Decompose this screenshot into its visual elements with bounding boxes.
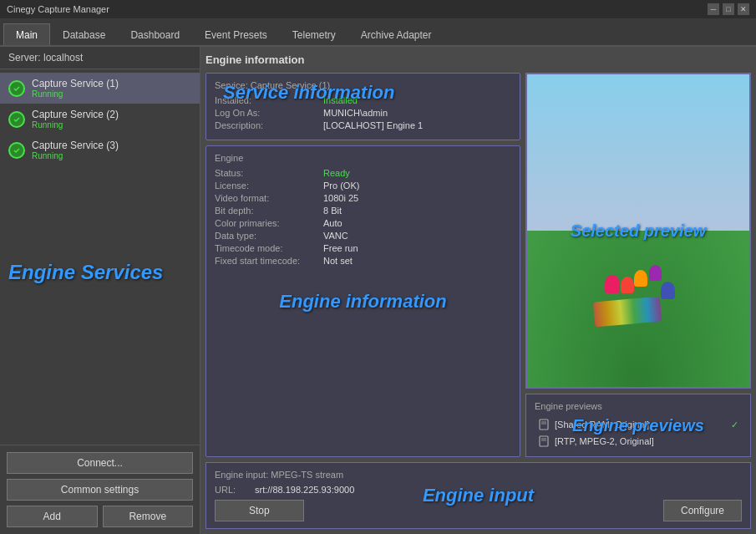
timecode-row: Timecode mode: Free run (215, 243, 511, 253)
color-primaries-row: Color primaries: Auto (215, 218, 511, 228)
color-primaries-value: Auto (323, 218, 342, 228)
configure-button[interactable]: Configure (663, 500, 742, 521)
service-name-1: Capture Service (1) (32, 78, 119, 89)
preview-option-1[interactable]: [Shared RAM, Original] ✓ (535, 416, 742, 433)
engine-details-panel: Service: Capture Service (1) Installed: … (205, 73, 520, 457)
service-status-icon-3 (8, 142, 25, 159)
data-type-row: Data type: VANC (215, 231, 511, 241)
data-type-value: VANC (323, 231, 348, 241)
right-panel: Engine information Service: Capture Serv… (200, 47, 756, 534)
engine-info-header: Engine information (205, 52, 751, 68)
color-primaries-label: Color primaries: (215, 218, 323, 228)
connect-button[interactable]: Connect... (7, 452, 193, 474)
license-row: License: Pro (OK) (215, 181, 511, 191)
tab-main[interactable]: Main (3, 23, 50, 45)
minimize-button[interactable]: ─ (708, 3, 719, 15)
log-on-value: MUNICH\admin (323, 108, 388, 118)
preview-doc-icon-2 (538, 435, 550, 447)
window-title: Cinegy Capture Manager (7, 4, 109, 14)
service-status-icon-1 (8, 80, 25, 97)
service-status-icon-2 (8, 111, 25, 128)
status-row: Status: Ready (215, 168, 511, 178)
bit-depth-row: Bit depth: 8 Bit (215, 206, 511, 216)
service-info-box: Service: Capture Service (1) Installed: … (205, 73, 520, 140)
engine-input-title: Engine input: MPEG-TS stream (215, 470, 742, 480)
remove-button[interactable]: Remove (103, 506, 194, 527)
tab-archive-adapter[interactable]: Archive Adapter (348, 23, 444, 45)
service-list: Capture Service (1) Running Capture Serv… (0, 69, 200, 445)
engine-info-box: Engine Status: Ready License: Pro (OK) V… (205, 145, 520, 457)
right-preview-column: Selected preview Engine previews (525, 73, 751, 457)
preview-image-box: Selected preview (525, 73, 751, 389)
preview-option-2[interactable]: [RTP, MPEG-2, Original] (535, 433, 742, 450)
preview-option-label-1: [Shared RAM, Original] (555, 420, 649, 430)
main-content: Server: localhost Capture Service (1) Ru… (0, 47, 756, 534)
bottom-row: Stop Configure (215, 500, 742, 521)
service-name-2: Capture Service (2) (32, 109, 119, 120)
tab-database[interactable]: Database (50, 23, 118, 45)
left-panel: Server: localhost Capture Service (1) Ru… (0, 47, 200, 534)
service-item-3[interactable]: Capture Service (3) Running (0, 135, 200, 165)
service-item-2[interactable]: Capture Service (2) Running (0, 104, 200, 135)
service-status-1: Running (32, 89, 119, 99)
service-status-3: Running (32, 151, 119, 160)
tab-telemetry[interactable]: Telemetry (280, 23, 348, 45)
bit-depth-value: 8 Bit (323, 206, 342, 216)
url-row: URL: srt://88.198.225.93:9000 (215, 485, 742, 495)
annotation-engine-info: Engine information (279, 291, 446, 313)
license-value: Pro (OK) (323, 181, 359, 191)
video-format-value: 1080i 25 (323, 193, 358, 203)
timecode-label: Timecode mode: (215, 243, 323, 253)
engine-input-box: Engine input: MPEG-TS stream URL: srt://… (205, 462, 751, 529)
preview-option-label-2: [RTP, MPEG-2, Original] (555, 436, 654, 446)
maximize-button[interactable]: □ (723, 3, 734, 15)
description-label: Description: (215, 120, 323, 130)
video-format-label: Video format: (215, 193, 323, 203)
svg-rect-3 (540, 436, 548, 446)
engine-previews-box: Engine previews [Shared RAM, Original] ✓ (525, 394, 751, 457)
top-section: Service: Capture Service (1) Installed: … (205, 73, 751, 457)
fixed-start-label: Fixed start timecode: (215, 256, 323, 266)
preview-check-1: ✓ (731, 420, 738, 430)
annotation-selected-preview: Selected preview (571, 221, 706, 241)
installed-value: Installed (323, 95, 358, 105)
description-row: Description: [LOCALHOST] Engine 1 (215, 120, 511, 130)
add-button[interactable]: Add (7, 506, 98, 527)
common-settings-button[interactable]: Common settings (7, 479, 193, 501)
service-info-title: Service: Capture Service (1) (215, 80, 511, 90)
url-value: srt://88.198.225.93:9000 (255, 485, 354, 495)
title-bar-controls: ─ □ ✕ (708, 3, 749, 15)
log-on-row: Log On As: MUNICH\admin (215, 108, 511, 118)
add-remove-row: Add Remove (7, 506, 193, 527)
svg-rect-0 (540, 420, 548, 430)
engine-previews-title: Engine previews (535, 401, 742, 411)
service-info-2: Capture Service (2) Running (32, 109, 119, 130)
close-button[interactable]: ✕ (738, 3, 749, 15)
installed-label: Installed: (215, 95, 323, 105)
service-info-1: Capture Service (1) Running (32, 78, 119, 99)
tab-dashboard[interactable]: Dashboard (118, 23, 192, 45)
engine-box-title: Engine (215, 153, 511, 163)
timecode-value: Free run (323, 243, 358, 253)
service-item-1[interactable]: Capture Service (1) Running (0, 73, 200, 104)
service-info-3: Capture Service (3) Running (32, 140, 119, 160)
stop-button[interactable]: Stop (215, 500, 304, 521)
installed-row: Installed: Installed (215, 95, 511, 105)
service-status-2: Running (32, 120, 119, 130)
status-value: Ready (323, 168, 350, 178)
status-label: Status: (215, 168, 323, 178)
server-header: Server: localhost (0, 47, 200, 69)
preview-doc-icon-1 (538, 419, 550, 430)
fixed-start-value: Not set (323, 256, 353, 266)
log-on-label: Log On As: (215, 108, 323, 118)
url-label: URL: (215, 485, 248, 495)
title-bar: Cinegy Capture Manager ─ □ ✕ (0, 0, 756, 18)
license-label: License: (215, 181, 323, 191)
description-value: [LOCALHOST] Engine 1 (323, 120, 423, 130)
bit-depth-label: Bit depth: (215, 206, 323, 216)
tab-event-presets[interactable]: Event Presets (192, 23, 280, 45)
left-bottom-controls: Connect... Common settings Add Remove (0, 445, 200, 534)
tab-bar: Main Database Dashboard Event Presets Te… (0, 18, 756, 47)
service-name-3: Capture Service (3) (32, 140, 119, 151)
fixed-start-row: Fixed start timecode: Not set (215, 256, 511, 266)
